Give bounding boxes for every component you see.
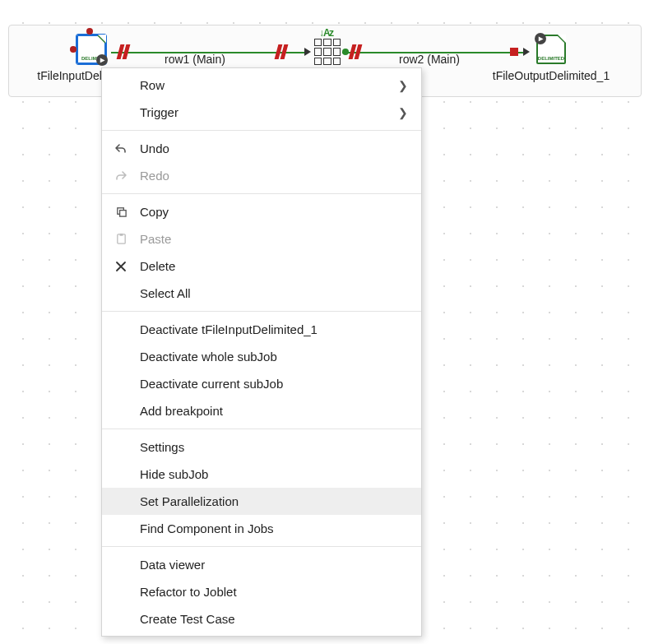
- menu-separator: [102, 546, 421, 547]
- menu-deactivate-current-subjob[interactable]: Deactivate current subJob: [102, 370, 421, 397]
- menu-data-viewer[interactable]: Data viewer: [102, 551, 421, 578]
- menu-undo[interactable]: Undo: [102, 135, 421, 162]
- menu-refactor-to-joblet[interactable]: Refactor to Joblet: [102, 578, 421, 605]
- link-label-row2: row2 (Main): [399, 53, 460, 66]
- arrow-icon: [523, 48, 530, 56]
- menu-paste: Paste: [102, 225, 421, 253]
- component-label: tFileOutputDelimited_1: [493, 69, 610, 82]
- parallel-icon: [275, 44, 294, 59]
- menu-deactivate-component[interactable]: Deactivate tFileInputDelimited_1: [102, 316, 421, 343]
- menu-separator: [102, 311, 421, 312]
- delete-icon: [114, 259, 128, 274]
- menu-set-parallelization[interactable]: Set Parallelization: [102, 488, 421, 515]
- collector-icon: [510, 48, 518, 56]
- menu-find-component[interactable]: Find Component in Jobs: [102, 515, 421, 542]
- chevron-right-icon: ❯: [398, 106, 408, 119]
- sort-icon: ↓A z: [314, 39, 341, 65]
- component-badge-icon: ▸: [535, 33, 546, 44]
- parallel-icon: [349, 44, 368, 59]
- copy-icon: [114, 205, 128, 220]
- svg-rect-3: [119, 234, 123, 236]
- component-tfileinputdelimited[interactable]: DELIMIT ▸ tFileInputDelimited_1: [75, 35, 108, 64]
- menu-select-all[interactable]: Select All: [102, 280, 421, 307]
- menu-separator: [102, 130, 421, 131]
- undo-icon: [114, 141, 128, 156]
- menu-row[interactable]: Row ❯: [102, 72, 421, 99]
- menu-copy[interactable]: Copy: [102, 198, 421, 225]
- menu-hide-subjob[interactable]: Hide subJob: [102, 461, 421, 488]
- link-label-row1: row1 (Main): [165, 53, 225, 66]
- chevron-right-icon: ❯: [398, 79, 408, 92]
- arrow-icon: [304, 48, 311, 56]
- menu-trigger[interactable]: Trigger ❯: [102, 99, 421, 126]
- component-tfileoutputdelimited[interactable]: DELIMITED ▸ tFileOutputDelimited_1: [535, 35, 568, 64]
- component-badge-icon: ▸: [96, 54, 108, 66]
- menu-add-breakpoint[interactable]: Add breakpoint: [102, 397, 421, 424]
- parallel-icon: [117, 44, 136, 59]
- file-output-icon: DELIMITED ▸: [536, 35, 566, 64]
- file-input-icon: DELIMIT ▸: [76, 35, 106, 64]
- paste-icon: [114, 232, 128, 247]
- menu-deactivate-whole-subjob[interactable]: Deactivate whole subJob: [102, 343, 421, 370]
- component-tsortrow[interactable]: ↓A z: [314, 39, 341, 65]
- svg-rect-1: [119, 211, 126, 217]
- menu-separator: [102, 429, 421, 429]
- menu-separator: [102, 193, 421, 194]
- redo-icon: [114, 169, 128, 183]
- selection-handle[interactable]: [86, 28, 93, 35]
- menu-create-test-case[interactable]: Create Test Case: [102, 605, 421, 632]
- menu-settings[interactable]: Settings: [102, 433, 421, 461]
- selection-handle[interactable]: [70, 46, 76, 53]
- menu-redo: Redo: [102, 162, 421, 189]
- menu-delete[interactable]: Delete: [102, 253, 421, 280]
- context-menu: Row ❯ Trigger ❯ Undo Redo Copy Paste: [101, 67, 422, 637]
